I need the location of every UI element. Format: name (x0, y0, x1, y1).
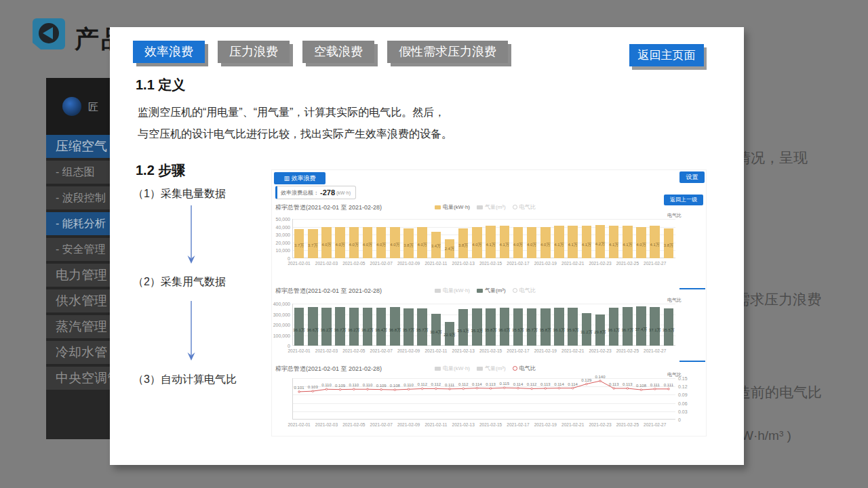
y-axis-tick: 100,000 (272, 333, 290, 338)
sidebar-item[interactable]: 压缩空气 (46, 135, 111, 158)
x-axis-tick: 2021-02-01 (288, 348, 310, 353)
svg-text:0.114: 0.114 (513, 382, 524, 386)
x-axis-tick: 2021-02-19 (534, 261, 557, 266)
svg-text:0.109: 0.109 (376, 384, 387, 388)
bar: 4.1万 (500, 226, 510, 258)
bar: 35.1万 (458, 309, 469, 346)
bar: 36.2万 (349, 308, 359, 346)
svg-text:0.113: 0.113 (486, 382, 496, 386)
sidebar-item[interactable]: - 组态图 (46, 161, 111, 184)
bar: 4.1万 (568, 226, 578, 258)
bar: 29.8万 (595, 314, 606, 346)
bar: 4.1万 (582, 226, 592, 258)
waste-total-unit: (kW·h) (336, 190, 351, 195)
svg-text:0.110: 0.110 (403, 383, 414, 387)
x-axis-tick: 2021-02-07 (370, 348, 393, 353)
x-axis-tick: 2021-02-09 (397, 348, 420, 353)
bar: 3.8万 (664, 228, 674, 258)
tab-inactive[interactable]: 压力浪费 (218, 41, 290, 63)
app-logo-icon (62, 97, 81, 116)
embedded-screenshot: ▥ 效率浪费 效率浪费总额： -278 (kW·h) 设置 返回上一级 樟宇总管… (271, 169, 707, 436)
bar: 3.8万 (403, 228, 414, 258)
svg-text:0.113: 0.113 (609, 382, 619, 386)
steps-heading: 1.2 步骤 (136, 161, 185, 180)
x-axis-tick: 2021-02-05 (342, 261, 365, 266)
svg-text:0.110: 0.110 (321, 383, 332, 387)
x-axis-tick: 2021-02-15 (479, 348, 502, 353)
y-axis-tick: 40,000 (272, 224, 290, 229)
svg-text:0.115: 0.115 (499, 382, 509, 386)
bar: 4.0万 (636, 227, 646, 258)
sidebar-item[interactable]: 供水管理 (46, 289, 111, 312)
waste-total-value: -278 (320, 188, 335, 197)
svg-text:0.101: 0.101 (294, 386, 305, 390)
bar: 4.0万 (376, 227, 387, 258)
legend-item: 电量(kW·h) (435, 203, 470, 211)
efficiency-waste-button[interactable]: ▥ 效率浪费 (274, 172, 326, 184)
bar: 31.2万 (582, 313, 592, 346)
bar: 37.4万 (636, 306, 646, 346)
svg-text:0.111: 0.111 (445, 383, 455, 387)
x-axis-tick: 2021-02-07 (370, 422, 393, 427)
sidebar-item[interactable]: 蒸汽管理 (46, 315, 111, 338)
bar: 4.0万 (349, 227, 359, 258)
x-axis-tick: 2021-02-21 (561, 348, 584, 353)
right-axis-label: 电气比 (667, 212, 682, 219)
scroll-indicator (679, 288, 705, 289)
back-arrow-icon (33, 18, 65, 52)
waste-type-tabs: 效率浪费压力浪费空载浪费假性需求压力浪费 (133, 41, 508, 63)
sidebar-item[interactable]: - 波段控制 (46, 186, 111, 209)
electricity-bar-chart: 3.7万3.7万4.0万4.0万4.0万4.0万4.0万4.0万3.8万4.0万… (292, 219, 675, 258)
settings-button[interactable]: 设置 (679, 171, 705, 183)
sidebar-item[interactable]: 电力管理 (46, 264, 111, 287)
x-axis-tick: 2021-02-19 (534, 422, 557, 427)
x-axis-tick: 2021-02-13 (452, 261, 475, 266)
tab-inactive[interactable]: 假性需求压力浪费 (387, 41, 508, 63)
tab-active[interactable]: 效率浪费 (133, 41, 205, 63)
y-axis-tick: 0 (272, 256, 290, 261)
y-axis-tick: 30,000 (272, 232, 290, 237)
sidebar-item[interactable]: 中央空调管 (46, 367, 111, 390)
tab-inactive[interactable]: 空载浪费 (302, 41, 374, 63)
bar: 36.1万 (294, 308, 304, 346)
x-axis-tick: 2021-02-13 (452, 348, 475, 353)
bar: 4.2万 (595, 225, 606, 258)
bar: 35.8万 (540, 308, 551, 346)
y-axis-tick: 400,000 (272, 302, 290, 306)
definition-line: 监测空压机的“用电量”、“用气量”，计算其实际的电气比。然后， (138, 102, 452, 123)
bg-text-fragment: 造前的电气比 (736, 383, 822, 402)
bar: 36.2万 (363, 308, 373, 346)
bg-text-fragment: W·h/m³ ) (741, 428, 791, 443)
bar: 3.8万 (458, 228, 469, 258)
chart-title: 樟宇总管道(2021-02-01 至 2021-02-28) (275, 287, 382, 296)
svg-text:0.112: 0.112 (527, 382, 537, 386)
x-axis-tick: 2021-02-01 (288, 261, 310, 266)
sidebar-item[interactable]: - 能耗分析 (46, 212, 111, 235)
waste-total-label: 效率浪费总额： (281, 189, 319, 197)
bar: 4.1万 (554, 226, 564, 258)
scroll-indicator (679, 361, 705, 362)
y-axis-tick: 0.03 (678, 409, 688, 413)
bar: 4.0万 (390, 227, 400, 258)
x-axis-tick: 2021-02-23 (589, 422, 611, 427)
svg-text:0.129: 0.129 (581, 378, 592, 382)
bar: 36.7万 (335, 307, 345, 346)
x-axis-tick: 2021-02-17 (507, 348, 529, 353)
bar: 4.1万 (623, 226, 633, 258)
sidebar-item[interactable]: - 安全管理 (46, 238, 111, 261)
x-axis-tick: 2021-02-25 (616, 422, 639, 427)
x-axis-tick: 2021-02-05 (342, 348, 365, 353)
x-axis-tick: 2021-02-03 (315, 261, 338, 266)
svg-text:0.140: 0.140 (595, 375, 606, 379)
sidebar-item[interactable]: 冷却水管 (46, 341, 111, 364)
y-axis-tick: 50,000 (272, 217, 290, 222)
svg-text:0.111: 0.111 (650, 383, 660, 387)
right-axis-label: 电气比 (667, 297, 682, 304)
bar: 4.0万 (321, 227, 332, 258)
y-axis-tick: 200,000 (272, 323, 290, 327)
return-main-button[interactable]: 返回主页面 (629, 44, 704, 66)
x-axis-tick: 2021-02-27 (644, 348, 666, 353)
bar: 4.0万 (540, 227, 551, 258)
back-level-button[interactable]: 返回上一级 (664, 195, 703, 205)
chart-legend: 电量(kW·h)气量(m³)电气比 (435, 203, 536, 211)
